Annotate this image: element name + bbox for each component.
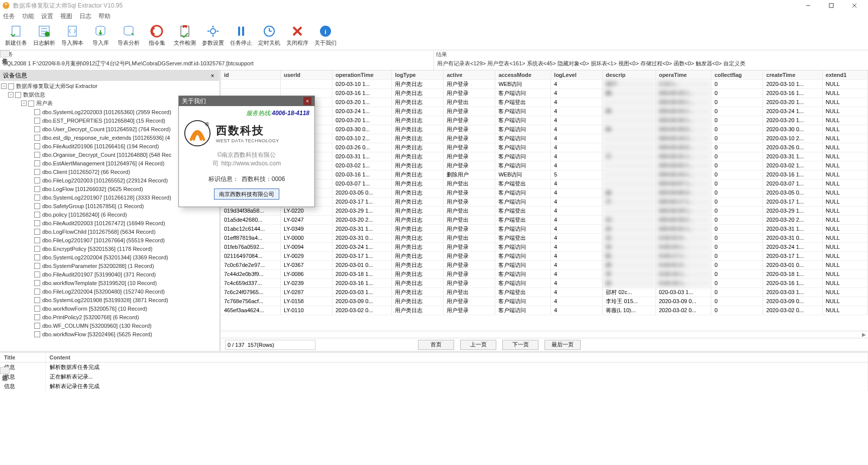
table-row[interactable]: 02116497084...LY-00292020-03-17 1...用户类日… [221,251,868,260]
tree-toggle-icon[interactable]: − [1,83,7,89]
pager-first-button[interactable]: 首页 [418,340,454,350]
toolbar-cmd-button[interactable]: 指令集 [143,22,171,50]
menu-item[interactable]: 日志 [79,12,91,21]
table-row[interactable]: 019d34f38a58...LY-02202020-03-29 1...用户类… [221,206,868,215]
tree-checkbox[interactable] [34,263,40,269]
table-row[interactable]: 018f569e7eec...LY-02202020-03-17 1...用户类… [221,197,868,206]
table-row[interactable]: 01abc12c6144...LY-03492020-03-31 1...用户类… [221,224,868,233]
minimize-button[interactable] [797,0,820,11]
tree-checkbox[interactable] [34,314,40,320]
toolbar-new-button[interactable]: 新建任务 [2,22,30,50]
table-row[interactable]: 7c6c24f07965...LY-02872020-03-03 1...用户类… [221,288,868,297]
tree-table-item[interactable]: dbo.SystemLog2202004 [53201344] (3369 Re… [1,253,218,261]
menu-item[interactable]: 视图 [60,12,72,21]
grid-column-header[interactable]: extend1 [822,70,867,79]
tree-checkbox[interactable] [34,297,40,303]
toolbar-close-button[interactable]: 关闭程序 [283,22,311,50]
menu-item[interactable]: 设置 [41,12,53,21]
tree-checkbox[interactable] [34,212,40,218]
tree-table-item[interactable]: dbo.SystemLog2201908 [53199328] (3871 Re… [1,296,218,304]
tree-checkbox[interactable] [34,135,40,141]
pager-info-input[interactable] [225,340,315,350]
tree-checkbox[interactable] [34,118,40,124]
close-button[interactable] [843,0,866,11]
tree-table-item[interactable]: dbo.workflowTemplate [53199520] (10 Reco… [1,278,218,287]
grid-column-header[interactable]: collectflag [711,70,763,79]
table-row[interactable]: 020-03-26 0...用户类日志用户登录客户端访问4020-03-26 0… [221,143,868,152]
tree-checkbox[interactable] [34,323,40,329]
menu-item[interactable]: 功能 [22,12,34,21]
toolbar-pause-button[interactable]: 任务停止 [227,22,255,50]
side-tab-task-info[interactable]: 任务信息 [0,50,10,57]
tree-checkbox[interactable] [34,306,40,312]
grid-column-header[interactable]: operaTime [656,70,711,79]
menu-item[interactable]: 任务 [3,12,15,21]
grid-column-header[interactable]: createTime [763,70,822,79]
table-row[interactable]: 020-03-07 1...用户类日志用户登出客户端登出4020-03-07 1… [221,179,868,188]
tree-root[interactable]: −数据库修复取证大师Sql Extractor [1,82,218,90]
grid-column-header[interactable]: logType [392,70,444,79]
pager-prev-button[interactable]: 上一页 [460,340,496,350]
toolbar-filechk-button[interactable]: 文件检测 [171,22,199,50]
table-row[interactable]: 01eff87819a4...LY-00002020-03-31 0...用户类… [221,233,868,242]
table-row[interactable]: 020-03-02 1...用户类日志用户登录客户端访问4020-03-02 1… [221,161,868,170]
pager-last-button[interactable]: 最后一页 [545,340,581,350]
tree-checkbox[interactable] [34,271,40,277]
tree-checkbox[interactable] [34,229,40,235]
table-row[interactable]: 020-03-20 1...用户类日志用户登录客户端访问4020-03-20 1… [221,116,868,125]
grid-column-header[interactable]: descrip [603,70,656,79]
tree-checkbox[interactable] [34,152,40,158]
maximize-button[interactable] [820,0,843,11]
side-tab-log-info[interactable]: 日志信息 [0,367,10,374]
toolbar-analyze-button[interactable]: 导表分析 [115,22,143,50]
tree-checkbox[interactable] [34,280,40,286]
table-row[interactable]: 020-03-24 1...用户类日志用户登录客户端访问4韩020-03-24 … [221,107,868,116]
table-row[interactable]: 465ef3aa4624...LY-01102020-03-02 0...用户类… [221,306,868,315]
table-row[interactable]: 020-03-16 1...用户类日志用户登录客户端访问4魏020-03-16 … [221,88,868,98]
tree-close-icon[interactable]: × [209,72,216,79]
dialog-company-button[interactable]: 南京西数科技有限公司 [214,189,279,200]
tree-table-item[interactable]: dbo.FileAudit201907 [53199040] (371 Reco… [1,270,218,278]
tree-toggle-icon[interactable]: − [8,92,14,98]
tree-checkbox[interactable] [34,237,40,243]
grid-column-header[interactable]: accessMode [495,70,551,79]
table-row[interactable]: 018859f819ec...LY-00202020-03-05 0...用户类… [221,188,868,197]
tree-table-item[interactable]: dbo.FileAudit202003 [101267472] (16949 R… [1,219,218,227]
table-row[interactable]: 7c768e756acf...LY-01582020-03-09 0...用户类… [221,297,868,306]
grid-column-header[interactable]: active [444,70,495,79]
toolbar-clock-button[interactable]: 定时关机 [255,22,283,50]
table-row[interactable]: 020-03-20 1...用户类日志用户登出客户端登出4020-03-20 1… [221,98,868,107]
toolbar-about-button[interactable]: i关于我们 [311,22,340,50]
table-row[interactable]: 01a5de42680...LY-02472020-03-20 2...用户类日… [221,215,868,224]
table-row[interactable]: 020-03-10 1...用户类日志用户登录WEB访问4用户3-10 1...… [221,79,868,88]
menu-item[interactable]: 帮助 [98,12,111,21]
pager-next-button[interactable]: 下一页 [502,340,538,350]
tree-checkbox[interactable] [28,101,34,107]
tree-table-item[interactable]: dbo.EncryptPolicy [53201536] (1178 Recor… [1,244,218,253]
tree-checkbox[interactable] [34,331,40,337]
tree-checkbox[interactable] [34,126,40,132]
grid-column-header[interactable]: id [221,70,280,79]
grid-column-header[interactable]: logLevel [551,70,603,79]
tree-checkbox[interactable] [34,195,40,201]
tree-table-item[interactable]: dbo.workflowFlow [53202496] (5625 Record… [1,330,218,338]
tree-checkbox[interactable] [15,92,21,98]
toolbar-script-button[interactable]: 导入脚本 [58,22,86,50]
tree-checkbox[interactable] [34,143,40,149]
toolbar-importdb-button[interactable]: 导入库 [86,22,115,50]
table-row[interactable]: 020-03-31 1...用户类日志用户登录客户端访问4王020-03-31 … [221,152,868,161]
grid-column-header[interactable]: operationTime [332,70,391,79]
toolbar-log-button[interactable]: 日志解析 [30,22,58,50]
table-row[interactable]: 020-03-30 0...用户类日志用户登录客户端访问4林020-03-30 … [221,125,868,134]
tree-checkbox[interactable] [34,220,40,226]
tree-table-item[interactable]: dbo.workflowForm [53200576] (10 Record) [1,304,218,313]
tree-checkbox[interactable] [34,246,40,252]
tree-toggle-icon[interactable]: − [21,101,27,106]
tree-table-item[interactable]: dbo.WF_COLUMN [53200960] (130 Record) [1,321,218,330]
table-row[interactable]: 020-03-10 2...用户类日志用户登录客户端访问4020-03-10 2… [221,134,868,143]
table-row[interactable]: 7c0c67de2e97...LY-03672020-03-01 0...用户类… [221,260,868,269]
tree-table-item[interactable]: dbo.SystemParameter [53200288] (1 Record… [1,261,218,270]
tree-checkbox[interactable] [8,83,14,89]
toolbar-settings-button[interactable]: 参数设置 [199,22,227,50]
dialog-close-button[interactable]: × [303,97,311,105]
